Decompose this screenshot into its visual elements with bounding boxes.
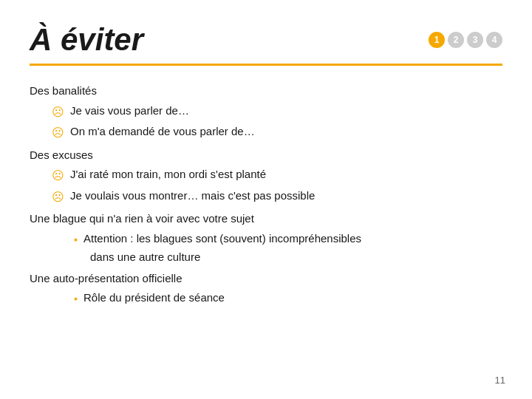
step-3: 3: [467, 32, 483, 48]
section2-label: Des excuses: [30, 146, 502, 165]
section4-label: Une auto-présentation officielle: [30, 270, 502, 288]
step-4: 4: [486, 32, 502, 48]
attention-text-1: Attention : les blagues sont (souvent) i…: [83, 230, 361, 248]
step-indicators: 1 2 3 4: [429, 32, 502, 48]
section2-item-1: ☹ J'ai raté mon train, mon ordi s'est pl…: [52, 166, 502, 185]
sad-face-icon-3: ☹: [52, 166, 64, 185]
slide-title: À éviter: [30, 22, 143, 58]
attention-line2: dans une autre culture: [90, 248, 502, 267]
attention-block: ▪ Attention : les blagues sont (souvent)…: [74, 230, 502, 267]
section1-item-1: ☹ Je vais vous parler de…: [52, 102, 502, 122]
sad-face-icon-2: ☹: [52, 123, 64, 143]
bullet-icon-1: ▪: [74, 231, 78, 248]
step-1: 1: [429, 32, 445, 48]
header-section: À éviter 1 2 3 4: [30, 22, 502, 58]
section4-sub: ▪ Rôle du président de séance: [74, 289, 502, 307]
section4-sub-line: ▪ Rôle du président de séance: [74, 289, 502, 307]
step-2: 2: [448, 32, 464, 48]
section4-sub-text: Rôle du président de séance: [83, 289, 225, 307]
title-divider: [30, 64, 502, 66]
sad-face-icon-4: ☹: [52, 188, 64, 207]
attention-line1: ▪ Attention : les blagues sont (souvent)…: [74, 230, 502, 248]
section1-label: Des banalités: [30, 82, 502, 100]
main-content: Des banalités ☹ Je vais vous parler de… …: [30, 82, 502, 308]
section3-label: Une blague qui n'a rien à voir avec votr…: [30, 210, 502, 228]
sad-face-icon-1: ☹: [52, 103, 64, 122]
slide-container: À éviter 1 2 3 4 Des banalités ☹ Je vais…: [0, 0, 532, 399]
bullet-icon-2: ▪: [74, 290, 78, 307]
section2-item-2: ☹ Je voulais vous montrer… mais c'est pa…: [52, 187, 502, 207]
section1-item-2: ☹ On m'a demandé de vous parler de…: [52, 123, 502, 143]
page-number: 11: [495, 375, 505, 386]
